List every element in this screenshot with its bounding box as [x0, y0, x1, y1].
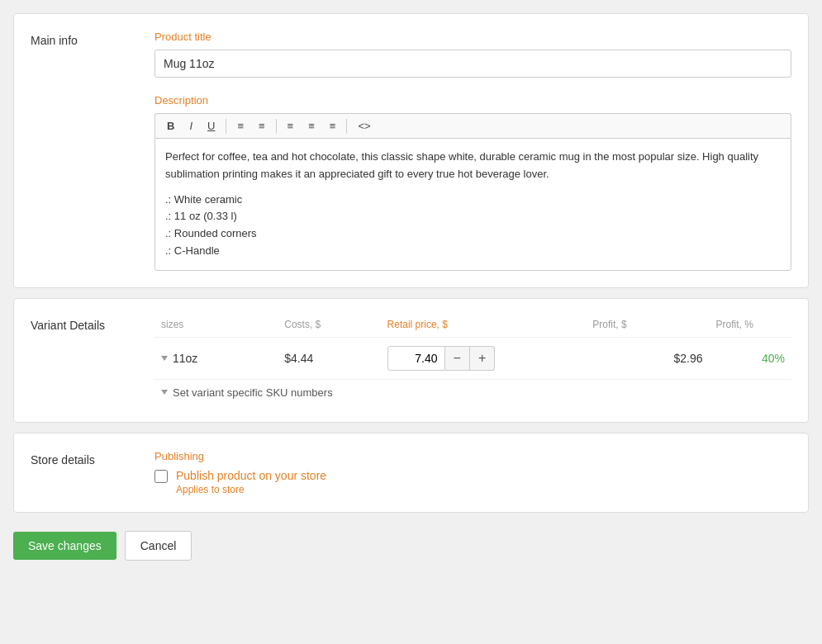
publish-checkbox[interactable] — [154, 470, 168, 483]
cost-cell: $4.44 — [278, 337, 380, 379]
toolbar-divider-2 — [276, 119, 277, 134]
store-details-content: Publishing Publish product on your store… — [154, 450, 791, 495]
editor-toolbar: B I U ≡ ≡ ≡ ≡ ≡ <> — [154, 113, 791, 138]
variant-details-label: Variant Details — [31, 315, 138, 405]
footer-bar: Save changes Cancel — [13, 523, 809, 569]
bullet-1: White ceramic — [165, 192, 781, 209]
sku-link-label: Set variant specific SKU numbers — [173, 386, 333, 399]
product-title-field: Product title — [154, 31, 791, 78]
list-unordered-button[interactable]: ≡ — [230, 117, 250, 135]
code-button[interactable]: <> — [351, 117, 377, 135]
align-left-button[interactable]: ≡ — [281, 117, 301, 135]
profit-dollar-value: $2.96 — [673, 352, 702, 365]
price-increase-button[interactable]: + — [470, 346, 495, 371]
sku-cell: Set variant specific SKU numbers — [154, 379, 791, 405]
col-header-profit-pct: Profit, % — [709, 315, 791, 338]
align-center-button[interactable]: ≡ — [302, 117, 321, 135]
product-title-label: Product title — [154, 31, 791, 43]
sku-link[interactable]: Set variant specific SKU numbers — [161, 386, 785, 399]
bold-button[interactable]: B — [160, 117, 181, 135]
profit-pct-value: 40% — [762, 352, 785, 365]
cancel-button[interactable]: Cancel — [125, 531, 192, 561]
sku-chevron-icon — [161, 390, 168, 395]
publishing-label: Publishing — [154, 450, 791, 462]
main-info-label: Main info — [31, 31, 138, 271]
toolbar-divider-3 — [346, 119, 347, 134]
size-cell: 11oz — [154, 337, 278, 379]
product-title-input[interactable] — [154, 50, 791, 78]
col-header-retail: Retail price, $ — [381, 315, 587, 338]
price-decrease-button[interactable]: − — [445, 346, 470, 371]
align-right-button[interactable]: ≡ — [323, 117, 343, 135]
col-header-profit-dollar: Profit, $ — [586, 315, 709, 338]
col-header-sizes: sizes — [154, 315, 278, 338]
main-info-card: Main info Product title Description B I … — [13, 13, 809, 288]
variant-details-content: sizes Costs, $ Retail price, $ Profit, $… — [154, 315, 791, 405]
bullet-3: Rounded corners — [165, 225, 781, 243]
col-header-costs: Costs, $ — [278, 315, 380, 338]
retail-price-input[interactable] — [387, 346, 445, 371]
description-bullets: White ceramic 11 oz (0.33 l) Rounded cor… — [165, 192, 781, 260]
list-ordered-button[interactable]: ≡ — [252, 117, 272, 135]
variant-table: sizes Costs, $ Retail price, $ Profit, $… — [154, 315, 791, 405]
italic-button[interactable]: I — [183, 117, 199, 135]
profit-pct-cell: 40% — [709, 337, 791, 379]
cost-value: $4.44 — [284, 352, 313, 365]
publishing-row: Publish product on your store Applies to… — [154, 469, 791, 495]
sku-row: Set variant specific SKU numbers — [154, 379, 791, 405]
publish-label-group: Publish product on your store Applies to… — [176, 469, 326, 495]
publish-product-label: Publish product on your store — [176, 469, 326, 482]
retail-price-cell: − + — [381, 337, 587, 379]
bullet-2: 11 oz (0.33 l) — [165, 208, 781, 225]
main-info-content: Product title Description B I U ≡ ≡ — [154, 31, 791, 271]
description-editor[interactable]: Perfect for coffee, tea and hot chocolat… — [154, 138, 791, 271]
chevron-down-icon[interactable] — [161, 356, 168, 361]
variant-details-card: Variant Details sizes Costs, $ Retail pr… — [13, 298, 809, 423]
store-details-card: Store details Publishing Publish product… — [13, 433, 809, 513]
description-label: Description — [154, 94, 791, 107]
variant-table-header: sizes Costs, $ Retail price, $ Profit, $… — [154, 315, 791, 338]
size-value: 11oz — [173, 352, 197, 365]
description-field: Description B I U ≡ ≡ ≡ ≡ ≡ <> — [154, 94, 791, 271]
profit-dollar-cell: $2.96 — [586, 337, 709, 379]
table-row: 11oz $4.44 − + — [154, 337, 791, 379]
toolbar-divider-1 — [226, 119, 226, 134]
underline-button[interactable]: U — [201, 117, 221, 135]
bullet-4: C-Handle — [165, 243, 781, 260]
save-button[interactable]: Save changes — [13, 532, 116, 560]
applies-to-store-label: Applies to store — [176, 484, 326, 495]
store-details-label: Store details — [31, 450, 138, 495]
description-text: Perfect for coffee, tea and hot chocolat… — [165, 149, 781, 183]
